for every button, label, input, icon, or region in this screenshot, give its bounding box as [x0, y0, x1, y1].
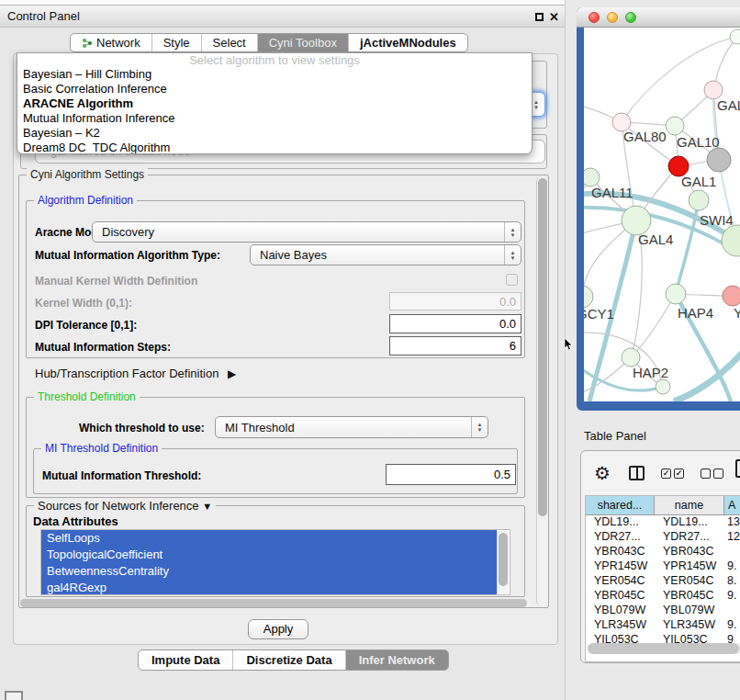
- cell-name: YBR045C: [655, 589, 724, 604]
- network-node-gal11[interactable]: [584, 168, 600, 186]
- tab-cyni-toolbox[interactable]: Cyni Toolbox: [258, 34, 349, 51]
- tab-cyni-toolbox-label: Cyni Toolbox: [269, 34, 337, 51]
- panel-title: Control Panel: [7, 9, 80, 23]
- cell-shared: YDR27...: [586, 530, 655, 545]
- menu-item-bayesian-hill-climbing[interactable]: Bayesian – Hill Climbing: [17, 67, 532, 82]
- menu-item-aracne[interactable]: ARACNE Algorithm: [17, 96, 532, 111]
- tab-jactivemnodules[interactable]: jActiveMNodules: [349, 34, 467, 51]
- checked-box-icon: ✓: [674, 469, 684, 479]
- manual-kernel-checkbox[interactable]: [506, 274, 518, 286]
- network-node-salmon[interactable]: [723, 286, 740, 306]
- list-item-betweennesscentrality[interactable]: BetweennessCentrality: [41, 563, 497, 580]
- node-label-hap2: HAP2: [633, 365, 668, 380]
- control-panel-window: Control Panel ✕ Network Style Select Cyn…: [0, 0, 566, 700]
- aracne-mode-combo[interactable]: Discovery ▲▼: [92, 221, 521, 243]
- tab-style[interactable]: Style: [152, 34, 202, 51]
- tab-network[interactable]: Network: [71, 34, 152, 51]
- network-node-gal7[interactable]: [704, 81, 723, 99]
- close-traffic-light-icon[interactable]: [589, 12, 600, 23]
- table-row[interactable]: YPR145WYPR145W9.: [586, 559, 740, 574]
- menu-item-bayesian-k2[interactable]: Bayesian – K2: [17, 126, 532, 141]
- mi-threshold-field[interactable]: 0.5: [386, 464, 516, 485]
- column-header-partial[interactable]: A: [724, 496, 740, 514]
- table-row[interactable]: YDL19...YDL19...13: [586, 515, 740, 530]
- scrollbar-thumb[interactable]: [588, 643, 739, 654]
- data-attributes-list[interactable]: SelfLoops TopologicalCoefficient Between…: [40, 529, 510, 595]
- tab-select[interactable]: Select: [202, 34, 258, 51]
- dpi-tolerance-field[interactable]: 0.0: [389, 314, 521, 333]
- network-icon: [82, 38, 93, 49]
- cell-value: [724, 604, 740, 618]
- network-canvas[interactable]: GAL GAL80 GAL10 GAL1 GAL11 SWI4 GAL4 GCY…: [584, 28, 740, 401]
- cell-value: 9.: [724, 559, 740, 574]
- node-label-gal7: GAL: [717, 97, 740, 113]
- network-node-partial[interactable]: [730, 29, 740, 44]
- network-node-bottom[interactable]: [656, 379, 670, 394]
- tab-impute-data[interactable]: Impute Data: [139, 650, 233, 670]
- node-label-gal1: GAL1: [681, 174, 716, 189]
- list-item-selfloops[interactable]: SelfLoops: [41, 530, 497, 547]
- mi-steps-field[interactable]: 6: [389, 336, 521, 356]
- menu-item-mutual-information[interactable]: Mutual Information Inference: [17, 111, 532, 126]
- apply-button[interactable]: Apply: [248, 619, 308, 639]
- float-window-icon[interactable]: [535, 13, 544, 21]
- hub-definition-toggle[interactable]: Hub/Transcription Factor Definition ▶: [35, 367, 236, 380]
- column-header-shared[interactable]: shared...: [586, 496, 655, 514]
- threshold-definition-title: Threshold Definition: [34, 390, 140, 403]
- menu-item-dream8[interactable]: Dream8 DC_TDC Algorithm: [17, 141, 532, 154]
- hub-definition-label: Hub/Transcription Factor Definition: [35, 367, 219, 380]
- scrollbar-thumb[interactable]: [499, 533, 508, 586]
- menu-item-basic-correlation[interactable]: Basic Correlation Inference: [17, 82, 532, 96]
- dock-panel-icon[interactable]: [5, 691, 23, 700]
- cell-name: YLR345W: [655, 618, 724, 633]
- list-item-topologicalcoefficient[interactable]: TopologicalCoefficient: [41, 547, 497, 563]
- close-icon[interactable]: ✕: [549, 13, 559, 21]
- table-horizontal-scrollbar[interactable]: [588, 643, 740, 654]
- kernel-width-label: Kernel Width (0,1):: [35, 297, 132, 310]
- minimize-traffic-light-icon[interactable]: [607, 12, 618, 23]
- show-columns-icon[interactable]: [629, 466, 645, 480]
- tab-infer-network[interactable]: Infer Network: [346, 650, 448, 670]
- algorithm-definition-title: Algorithm Definition: [34, 194, 137, 207]
- zoom-traffic-light-icon[interactable]: [625, 12, 636, 23]
- deselect-all-icon[interactable]: [701, 469, 723, 479]
- mi-type-value: Naive Bayes: [251, 248, 504, 262]
- network-node-hap4[interactable]: [666, 284, 686, 304]
- network-node-gray[interactable]: [707, 148, 731, 172]
- table-row[interactable]: YLR345WYLR345W9.: [586, 618, 740, 633]
- screen: Control Panel ✕ Network Style Select Cyn…: [0, 0, 740, 700]
- which-threshold-combo[interactable]: MI Threshold ▲▼: [215, 416, 488, 438]
- combo-arrows-icon: ▲▼: [471, 417, 488, 437]
- node-label-partial-y: Y: [734, 305, 740, 321]
- network-node-swi4[interactable]: [689, 190, 709, 210]
- kernel-width-field[interactable]: 0.0: [389, 292, 521, 310]
- cell-value: 12: [724, 530, 740, 545]
- list-vertical-scrollbar[interactable]: [497, 531, 509, 593]
- mi-type-combo[interactable]: Naive Bayes ▲▼: [250, 244, 521, 265]
- cell-value: [724, 545, 740, 559]
- export-table-icon[interactable]: [735, 459, 740, 478]
- cell-name: YDL19...: [655, 515, 724, 530]
- gear-icon[interactable]: ⚙: [594, 462, 611, 484]
- sources-group-title[interactable]: Sources for Network Inference ▼: [34, 499, 216, 513]
- table-row[interactable]: YBR043CYBR043C: [586, 545, 740, 559]
- list-item-gal4rgexp[interactable]: gal4RGexp: [41, 580, 497, 595]
- network-node-hap2[interactable]: [622, 348, 640, 367]
- select-all-icon[interactable]: ✓ ✓: [661, 469, 684, 479]
- tab-discretize-data[interactable]: Discretize Data: [233, 650, 345, 670]
- table-row[interactable]: YDR27...YDR27...12: [586, 530, 740, 545]
- unchecked-box-icon: [713, 469, 723, 479]
- column-header-name[interactable]: name: [655, 496, 724, 514]
- network-graph: GAL GAL80 GAL10 GAL1 GAL11 SWI4 GAL4 GCY…: [584, 28, 740, 401]
- scrollbar-thumb[interactable]: [20, 599, 527, 607]
- settings-vertical-scrollbar[interactable]: [536, 176, 548, 606]
- scrollbar-thumb[interactable]: [538, 178, 547, 516]
- table-row[interactable]: YER054CYER054C8.: [586, 574, 740, 589]
- table-row[interactable]: YBL079WYBL079W: [586, 604, 740, 618]
- table-row[interactable]: YBR045CYBR045C9.: [586, 589, 740, 604]
- network-node-gcy1[interactable]: [584, 286, 593, 308]
- network-node-gal10[interactable]: [666, 117, 684, 135]
- cell-value: 9.: [724, 618, 740, 633]
- network-view-window[interactable]: GAL GAL80 GAL10 GAL1 GAL11 SWI4 GAL4 GCY…: [577, 7, 740, 411]
- settings-horizontal-scrollbar[interactable]: [20, 599, 531, 607]
